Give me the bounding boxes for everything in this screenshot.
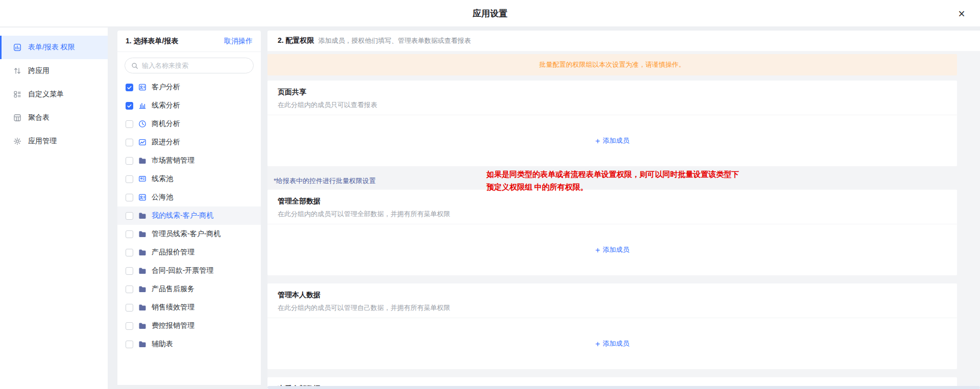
permission-group-members: + 添加成员 bbox=[267, 318, 957, 369]
list-item[interactable]: 跟进分析 bbox=[117, 133, 261, 151]
list-item[interactable]: 客户分析 bbox=[117, 78, 261, 96]
add-member-label: 添加成员 bbox=[603, 136, 629, 145]
folder-icon bbox=[138, 212, 146, 220]
permission-group-desc: 在此分组内的成员可以管理自己数据，并拥有所有菜单权限 bbox=[278, 303, 947, 313]
contact-card-icon bbox=[138, 193, 146, 201]
sidebar-item-app-management[interactable]: 应用管理 bbox=[0, 129, 108, 153]
select-form-panel: 1. 选择表单/报表 取消操作 客户分析 线索分析 商机分析 跟进分析 bbox=[117, 31, 261, 385]
list-item[interactable]: 线索池 bbox=[117, 170, 261, 188]
red-annotation: 如果是同类型的表单或者流程表单设置权限，则可以同时批量设置该类型下 预定义权限组… bbox=[486, 168, 739, 194]
sidebar-item-cross-app[interactable]: 跨应用 bbox=[0, 59, 108, 83]
list-item[interactable]: 线索分析 bbox=[117, 96, 261, 115]
list-item-label: 公海池 bbox=[152, 193, 173, 202]
horizontal-scrollbar[interactable] bbox=[267, 386, 980, 389]
folder-icon bbox=[138, 303, 146, 312]
list-item-label: 管理员线索-客户-商机 bbox=[152, 229, 220, 239]
checkbox[interactable] bbox=[126, 84, 133, 91]
select-form-title: 1. 选择表单/报表 bbox=[126, 37, 178, 46]
page-title: 应用设置 bbox=[0, 0, 980, 27]
aggregate-table-icon bbox=[13, 114, 21, 122]
permission-group-head: 页面共享 在此分组内的成员只可以查看报表 bbox=[267, 81, 957, 115]
list-item-label: 我的线索-客户-商机 bbox=[152, 211, 213, 220]
list-item-label: 商机分析 bbox=[152, 119, 180, 128]
cancel-action-link[interactable]: 取消操作 bbox=[224, 37, 253, 46]
contact-card-icon bbox=[138, 83, 146, 91]
checkbox[interactable] bbox=[126, 267, 133, 275]
check-icon bbox=[127, 103, 132, 109]
checkbox[interactable] bbox=[126, 322, 133, 330]
list-item[interactable]: 我的线索-客户-商机 bbox=[117, 206, 261, 225]
list-item-label: 辅助表 bbox=[152, 340, 173, 349]
checkbox[interactable] bbox=[126, 157, 133, 165]
add-member-label: 添加成员 bbox=[603, 245, 629, 254]
list-item-label: 客户分析 bbox=[152, 83, 180, 92]
checkbox[interactable] bbox=[126, 102, 133, 110]
select-form-header: 1. 选择表单/报表 取消操作 bbox=[117, 31, 261, 52]
list-item-label: 销售绩效管理 bbox=[152, 303, 194, 312]
permission-group-title: 页面共享 bbox=[278, 88, 947, 97]
list-item[interactable]: 辅助表 bbox=[117, 335, 261, 353]
checkbox[interactable] bbox=[126, 304, 133, 312]
permission-body: 批量配置的权限组以本次设置为准，请谨慎操作。 页面共享 在此分组内的成员只可以查… bbox=[267, 51, 980, 389]
sidebar-item-aggregate-table[interactable]: 聚合表 bbox=[0, 106, 108, 129]
batch-control-permission-link[interactable]: *给报表中的控件进行批量权限设置 bbox=[274, 176, 376, 186]
configure-permission-subtitle: 添加成员，授权他们填写、管理表单数据或查看报表 bbox=[318, 36, 471, 45]
batch-warning-banner: 批量配置的权限组以本次设置为准，请谨慎操作。 bbox=[267, 54, 957, 75]
list-item[interactable]: 商机分析 bbox=[117, 115, 261, 133]
red-annotation-line2: 预定义权限组 中的所有权限。 bbox=[486, 181, 739, 194]
close-icon[interactable]: × bbox=[954, 7, 969, 21]
batch-warning-text: 批量配置的权限组以本次设置为准，请谨慎操作。 bbox=[540, 60, 685, 69]
list-item-label: 线索分析 bbox=[152, 101, 180, 110]
search-icon bbox=[131, 62, 138, 69]
folder-icon bbox=[138, 157, 146, 165]
add-member-button[interactable]: + 添加成员 bbox=[595, 339, 629, 348]
plus-icon: + bbox=[595, 341, 600, 347]
checkbox[interactable] bbox=[126, 249, 133, 256]
list-item-label: 费控报销管理 bbox=[152, 321, 194, 330]
checkbox[interactable] bbox=[126, 212, 133, 220]
checkbox[interactable] bbox=[126, 230, 133, 238]
list-item-label: 产品售后服务 bbox=[152, 284, 194, 294]
configure-permission-title: 2. 配置权限 bbox=[278, 36, 314, 45]
sidebar-item-form-report-permission[interactable]: 表单/报表 权限 bbox=[0, 36, 108, 59]
list-item[interactable]: 公海池 bbox=[117, 188, 261, 206]
checkbox[interactable] bbox=[126, 139, 133, 146]
list-item[interactable]: 产品报价管理 bbox=[117, 243, 261, 262]
list-item-label: 线索池 bbox=[152, 174, 173, 184]
search-input[interactable] bbox=[142, 62, 247, 69]
list-item[interactable]: 合同-回款-开票管理 bbox=[117, 262, 261, 280]
board-icon bbox=[138, 175, 146, 183]
sidebar-item-label: 自定义菜单 bbox=[28, 90, 64, 99]
checkbox[interactable] bbox=[126, 341, 133, 348]
sidebar: 表单/报表 权限 跨应用 自定义菜单 聚合表 应用管理 bbox=[0, 28, 108, 389]
search-box[interactable] bbox=[125, 58, 254, 73]
permission-group-head: 管理全部数据 在此分组内的成员可以管理全部数据，并拥有所有菜单权限 bbox=[267, 190, 957, 224]
cross-app-arrows-icon bbox=[13, 67, 21, 75]
permission-group-title: 管理本人数据 bbox=[278, 291, 947, 300]
permission-group-card: 管理本人数据 在此分组内的成员可以管理自己数据，并拥有所有菜单权限 + 添加成员 bbox=[267, 283, 957, 369]
add-member-button[interactable]: + 添加成员 bbox=[595, 136, 629, 145]
sidebar-item-label: 表单/报表 权限 bbox=[28, 43, 75, 52]
list-item[interactable]: 管理员线索-客户-商机 bbox=[117, 225, 261, 243]
configure-permission-header: 2. 配置权限 添加成员，授权他们填写、管理表单数据或查看报表 bbox=[267, 31, 980, 51]
list-item[interactable]: 产品售后服务 bbox=[117, 280, 261, 298]
list-item[interactable]: 市场营销管理 bbox=[117, 151, 261, 170]
modal-header: 应用设置 × bbox=[0, 0, 980, 27]
checkbox[interactable] bbox=[126, 120, 133, 128]
folder-icon bbox=[138, 230, 146, 238]
checkbox[interactable] bbox=[126, 175, 133, 183]
configure-permission-panel: 2. 配置权限 添加成员，授权他们填写、管理表单数据或查看报表 批量配置的权限组… bbox=[267, 31, 980, 389]
list-item-label: 市场营销管理 bbox=[152, 156, 194, 165]
plus-icon: + bbox=[595, 138, 600, 144]
permission-group-card: 管理全部数据 在此分组内的成员可以管理全部数据，并拥有所有菜单权限 + 添加成员 bbox=[267, 190, 957, 275]
add-member-button[interactable]: + 添加成员 bbox=[595, 245, 629, 254]
checkbox[interactable] bbox=[126, 286, 133, 293]
add-member-label: 添加成员 bbox=[603, 339, 629, 348]
sidebar-item-custom-menu[interactable]: 自定义菜单 bbox=[0, 83, 108, 106]
list-item-label: 产品报价管理 bbox=[152, 248, 194, 257]
list-item[interactable]: 费控报销管理 bbox=[117, 317, 261, 335]
list-item[interactable]: 销售绩效管理 bbox=[117, 298, 261, 317]
sidebar-item-label: 应用管理 bbox=[28, 137, 57, 146]
checkbox[interactable] bbox=[126, 194, 133, 201]
report-chart-icon bbox=[13, 43, 21, 51]
